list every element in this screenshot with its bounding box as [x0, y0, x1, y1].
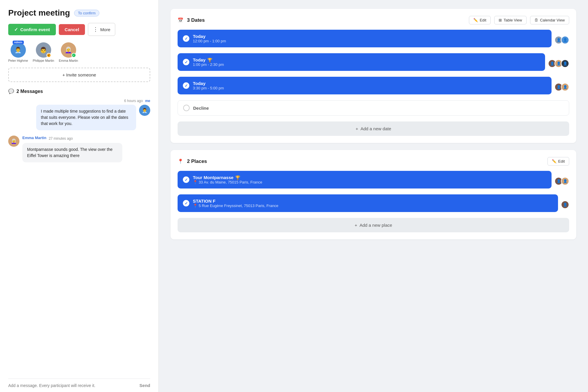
- trophy-icon-place-1: 🏆: [235, 175, 240, 180]
- participant-name-emma: Emma Martin: [59, 59, 78, 62]
- avatar-emma[interactable]: 👩‍🦳 ✓: [61, 42, 76, 58]
- cancel-button[interactable]: Cancel: [59, 24, 85, 35]
- messages-header: 💬 2 Messages: [8, 89, 150, 94]
- verified-badge-philippe: ✓: [46, 53, 51, 58]
- cal-icon: 🗓: [534, 18, 538, 22]
- date-time-3: 3:30 pm - 5:00 pm: [193, 86, 546, 90]
- date-avatars-3: 👤 👤: [554, 83, 569, 91]
- date-checkbox-3: [183, 82, 189, 89]
- place-address-1: 📍 33 Av. du Maine, 75015 Paris, France: [193, 180, 546, 184]
- places-card-title: 2 Places: [187, 159, 544, 164]
- messages-list: 6 hours ago me 👨‍💼 I made multiple time …: [8, 99, 150, 374]
- date-info-1: Today 12:00 pm - 1:00 pm: [193, 34, 546, 43]
- place-name-1: Tour Montparnasse 🏆: [193, 175, 546, 180]
- messages-section: 💬 2 Messages 6 hours ago me 👨‍💼 I made m…: [8, 89, 150, 392]
- message-input[interactable]: [8, 383, 137, 388]
- title-row: Project meeting To confirm: [8, 8, 150, 18]
- send-button[interactable]: Send: [139, 383, 150, 388]
- pin-icon-small-2: 📍: [193, 203, 198, 208]
- message-bubble-wrap-2: 👩‍🦳 Emma Martin 27 minutes ago Montparna…: [8, 136, 150, 162]
- message-meta-2: Emma Martin 27 minutes ago: [22, 136, 122, 141]
- dates-edit-button[interactable]: ✏️ Edit: [469, 16, 491, 24]
- message-bubble-1: I made multiple time suggestions to find…: [36, 105, 136, 130]
- date-avatars-2: 👤 👤 👤: [548, 59, 569, 68]
- plus-icon-place: +: [355, 223, 357, 228]
- participant-name-peter: Peter Highme: [8, 59, 28, 62]
- place-avatar-2-1: 👤: [561, 201, 569, 209]
- check-icon: ✓: [14, 27, 18, 32]
- admin-badge-peter: Admin: [13, 41, 24, 44]
- date-info-3: Today 3:30 pm - 5:00 pm: [193, 81, 546, 90]
- place-row-1: Tour Montparnasse 🏆 📍 33 Av. du Maine, 7…: [178, 171, 569, 191]
- table-icon: ⊞: [499, 18, 502, 22]
- page-title: Project meeting: [8, 8, 70, 18]
- pin-icon: 📍: [178, 159, 183, 164]
- date-checkbox-2: [183, 59, 189, 65]
- place-avatars-1: 👤 👤: [554, 177, 569, 185]
- confirm-event-button[interactable]: ✓ Confirm event: [8, 24, 56, 35]
- place-avatars-2: 👤: [561, 201, 569, 209]
- place-row-2: STATION F 📍 5 Rue Eugène Freyssinet, 750…: [178, 194, 569, 215]
- decline-info: Decline: [193, 106, 564, 111]
- avatar-emma-msg: 👩‍🦳: [8, 136, 19, 147]
- date-avatar-1-2: 👤: [561, 36, 569, 44]
- dates-card-title: 3 Dates: [187, 17, 465, 23]
- date-day-1: Today: [193, 34, 546, 39]
- avatar-emoji-emma: 👩‍🦳: [65, 46, 72, 54]
- more-button[interactable]: ⋮ More: [88, 23, 115, 36]
- place-avatar-1-2: 👤: [561, 177, 569, 185]
- date-checkbox-1: [183, 35, 189, 42]
- message-input-row: Send: [8, 378, 150, 392]
- decline-item[interactable]: Decline: [178, 100, 569, 116]
- place-address-2: 📍 5 Rue Eugène Freyssinet, 75013 Paris, …: [193, 203, 553, 208]
- action-row: ✓ Confirm event Cancel ⋮ More: [8, 23, 150, 36]
- date-item-1[interactable]: Today 12:00 pm - 1:00 pm: [178, 30, 552, 47]
- avatar-peter[interactable]: 👨‍💼 Admin: [11, 42, 26, 58]
- left-panel: Project meeting To confirm ✓ Confirm eve…: [0, 0, 159, 392]
- avatar-me: 👨‍💼: [139, 105, 150, 116]
- date-row-3: Today 3:30 pm - 5:00 pm 👤 👤: [178, 77, 569, 97]
- avatar-philippe[interactable]: 👨 ✓: [36, 42, 51, 58]
- dates-card-header: 📅 3 Dates ✏️ Edit ⊞ Table View 🗓 Calenda…: [178, 16, 569, 24]
- place-item-1[interactable]: Tour Montparnasse 🏆 📍 33 Av. du Maine, 7…: [178, 171, 552, 189]
- place-item-2[interactable]: STATION F 📍 5 Rue Eugène Freyssinet, 750…: [178, 194, 558, 212]
- invite-someone-button[interactable]: + Invite someone: [8, 68, 150, 82]
- places-card: 📍 2 Places ✏️ Edit Tour Montparnasse 🏆 📍: [171, 150, 576, 239]
- date-row-2: Today 🏆 1:00 pm - 2:30 pm 👤 👤 👤: [178, 53, 569, 74]
- avatar-emoji-me: 👨‍💼: [142, 108, 148, 113]
- date-day-2: Today 🏆: [193, 57, 540, 62]
- add-new-date-button[interactable]: + Add a new date: [178, 121, 569, 136]
- participant-name-philippe: Philippe Martin: [33, 59, 54, 62]
- date-avatars-1: 👤 👤: [554, 36, 569, 44]
- date-day-3: Today: [193, 81, 546, 86]
- pencil-icon-places: ✏️: [552, 159, 557, 164]
- message-bubble-2: Montparnasse sounds good. The view over …: [22, 143, 122, 162]
- status-badge: To confirm: [74, 10, 99, 16]
- place-info-1: Tour Montparnasse 🏆 📍 33 Av. du Maine, 7…: [193, 175, 546, 184]
- date-avatar-2-3: 👤: [561, 59, 569, 68]
- pencil-icon-dates: ✏️: [473, 18, 478, 22]
- add-new-place-button[interactable]: + Add a new place: [178, 218, 569, 232]
- dates-card: 📅 3 Dates ✏️ Edit ⊞ Table View 🗓 Calenda…: [171, 9, 576, 143]
- place-info-2: STATION F 📍 5 Rue Eugène Freyssinet, 750…: [193, 198, 553, 208]
- date-info-2: Today 🏆 1:00 pm - 2:30 pm: [193, 57, 540, 67]
- date-row-1: Today 12:00 pm - 1:00 pm 👤 👤: [178, 30, 569, 50]
- places-card-header: 📍 2 Places ✏️ Edit: [178, 157, 569, 166]
- participant-philippe: 👨 ✓ Philippe Martin: [33, 42, 54, 62]
- calendar-icon: 📅: [178, 17, 183, 23]
- places-edit-button[interactable]: ✏️ Edit: [547, 157, 569, 166]
- decline-checkbox: [183, 105, 190, 111]
- date-item-3[interactable]: Today 3:30 pm - 5:00 pm: [178, 77, 552, 94]
- table-view-button[interactable]: ⊞ Table View: [494, 16, 527, 24]
- right-panel: 📅 3 Dates ✏️ Edit ⊞ Table View 🗓 Calenda…: [159, 0, 588, 392]
- calendar-view-button[interactable]: 🗓 Calendar View: [530, 16, 569, 24]
- decline-label: Decline: [193, 106, 564, 111]
- decline-row: Decline: [178, 100, 569, 119]
- trophy-icon-2: 🏆: [207, 58, 212, 62]
- participants-row: 👨‍💼 Admin Peter Highme 👨 ✓ Philippe Mart…: [8, 42, 150, 62]
- message-bubble-wrap-1: 👨‍💼 I made multiple time suggestions to …: [36, 105, 150, 130]
- date-time-1: 12:00 pm - 1:00 pm: [193, 39, 546, 43]
- plus-icon-date: +: [355, 126, 358, 131]
- message-item-2: 👩‍🦳 Emma Martin 27 minutes ago Montparna…: [8, 136, 150, 162]
- date-item-2[interactable]: Today 🏆 1:00 pm - 2:30 pm: [178, 53, 545, 71]
